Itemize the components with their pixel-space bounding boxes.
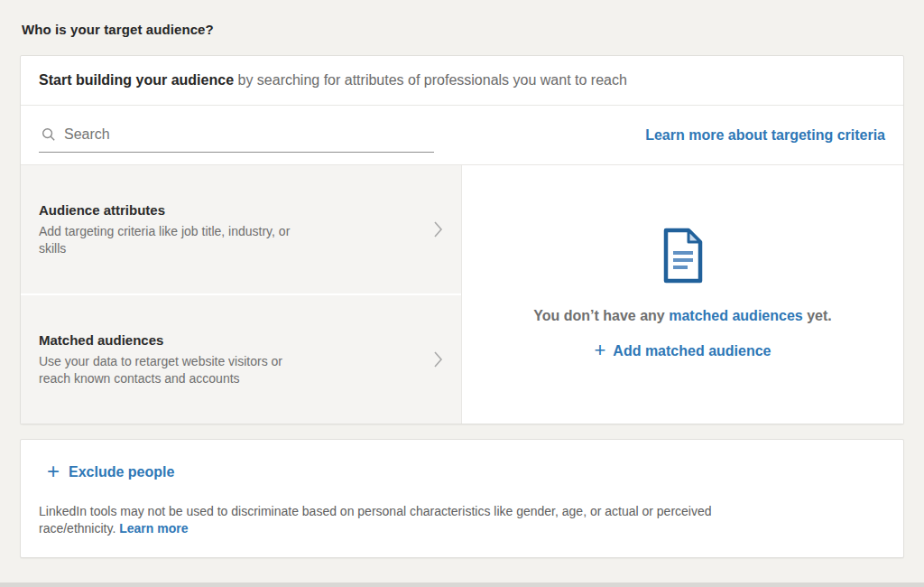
search-input[interactable] xyxy=(64,126,432,143)
page-title: Who is your target audience? xyxy=(22,22,904,37)
audience-section: Who is your target audience? Start build… xyxy=(0,0,924,558)
panel-text: Audience attributes Add targeting criter… xyxy=(39,202,433,257)
disclaimer-line-2: race/ethnicity. xyxy=(39,521,116,536)
plus-icon: + xyxy=(594,340,605,360)
exclude-people-card: + Exclude people LinkedIn tools may not … xyxy=(20,439,904,558)
empty-message-after: yet. xyxy=(807,308,832,323)
disclaimer-learn-more-link[interactable]: Learn more xyxy=(119,521,188,536)
exclude-people-label: Exclude people xyxy=(69,464,174,480)
matched-audiences-link[interactable]: matched audiences xyxy=(669,308,803,323)
chevron-right-icon xyxy=(433,350,443,368)
builder-body: Audience attributes Add targeting criter… xyxy=(21,164,903,424)
add-matched-audience-button[interactable]: + Add matched audience xyxy=(594,341,771,361)
attribute-panel-list: Audience attributes Add targeting criter… xyxy=(21,165,462,424)
panel-text: Matched audiences Use your data to retar… xyxy=(39,332,433,387)
panel-title: Matched audiences xyxy=(39,332,433,348)
builder-intro: Start building your audience by searchin… xyxy=(21,56,903,106)
chevron-right-icon xyxy=(433,220,443,238)
search-icon xyxy=(42,127,56,142)
search-row: Learn more about targeting criteria xyxy=(21,106,903,164)
discrimination-disclaimer: LinkedIn tools may not be used to discri… xyxy=(39,503,885,537)
add-matched-audience-label: Add matched audience xyxy=(613,343,771,359)
plus-icon: + xyxy=(47,461,60,482)
learn-more-targeting-link[interactable]: Learn more about targeting criteria xyxy=(645,127,885,144)
bottom-divider xyxy=(0,582,924,587)
builder-intro-rest: by searching for attributes of professio… xyxy=(237,72,626,88)
empty-message-before: You don’t have any xyxy=(533,308,665,323)
builder-intro-bold: Start building your audience xyxy=(39,72,234,88)
panel-title: Audience attributes xyxy=(39,202,433,218)
empty-state-message: You don’t have any matched audiences yet… xyxy=(533,308,831,324)
matched-audiences-empty-state: You don’t have any matched audiences yet… xyxy=(462,165,903,424)
search-field[interactable] xyxy=(39,121,434,153)
disclaimer-line-1: LinkedIn tools may not be used to discri… xyxy=(39,503,885,520)
exclude-people-button[interactable]: + Exclude people xyxy=(47,461,174,483)
audience-attributes-panel[interactable]: Audience attributes Add targeting criter… xyxy=(21,165,461,294)
panel-description: Use your data to retarget website visito… xyxy=(39,353,300,387)
matched-audiences-panel[interactable]: Matched audiences Use your data to retar… xyxy=(21,295,461,424)
document-icon xyxy=(661,228,706,284)
panel-description: Add targeting criteria like job title, i… xyxy=(39,223,300,257)
audience-builder-card: Start building your audience by searchin… xyxy=(20,55,904,424)
